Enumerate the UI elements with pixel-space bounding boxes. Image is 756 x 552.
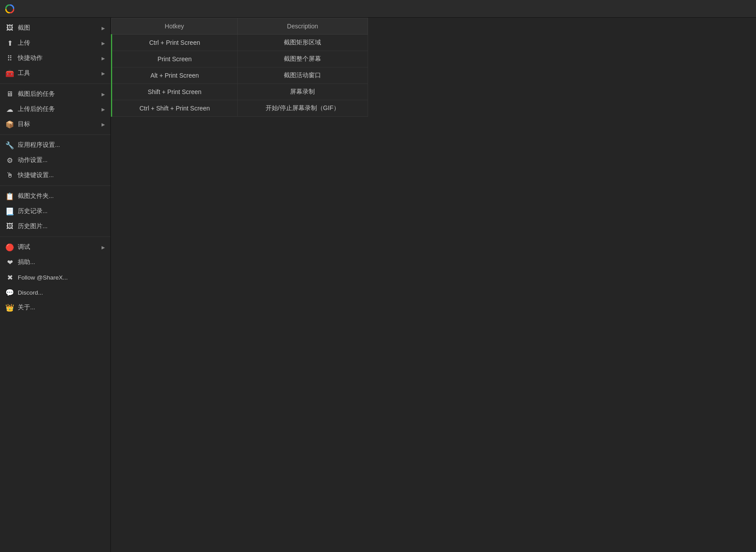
minimize-button[interactable] <box>705 3 719 15</box>
sidebar-item-capture[interactable]: 🖼截图▶ <box>0 20 110 35</box>
hotkey-cell-4: Ctrl + Shift + Print Screen <box>112 100 238 117</box>
main-area: 🖼截图▶⬆上传▶⠿快捷动作▶🧰工具▶🖥截图后的任务▶☁上传后的任务▶📦目标▶🔧应… <box>0 18 756 552</box>
table-header-description: Description <box>237 18 368 35</box>
close-button[interactable] <box>736 3 751 15</box>
upload-icon: ⬆ <box>5 39 14 47</box>
titlebar-controls <box>705 3 751 15</box>
maximize-button[interactable] <box>721 3 735 15</box>
discord-icon: 💬 <box>5 288 14 297</box>
hotkey-cell-2: Alt + Print Screen <box>112 67 238 84</box>
table-row: Ctrl + Shift + Print Screen开始/停止屏幕录制（GIF… <box>112 100 368 117</box>
after-capture-label: 截图后的任务 <box>18 90 55 98</box>
history-label: 历史记录... <box>18 207 47 215</box>
image-history-label: 历史图片... <box>18 222 47 230</box>
sidebar-item-quick-actions[interactable]: ⠿快捷动作▶ <box>0 51 110 66</box>
after-upload-label: 上传后的任务 <box>18 105 55 113</box>
about-label: 关于... <box>18 304 35 311</box>
app-settings-icon: 🔧 <box>5 141 14 150</box>
sidebar-item-about[interactable]: 👑关于... <box>0 300 110 315</box>
quick-actions-icon: ⠿ <box>5 54 14 63</box>
hotkey-cell-3: Shift + Print Screen <box>112 84 238 100</box>
upload-label: 上传 <box>18 39 30 47</box>
description-cell-3: 屏幕录制 <box>237 84 368 100</box>
sidebar-item-image-history[interactable]: 🖼历史图片... <box>0 219 110 234</box>
quick-actions-label: 快捷动作 <box>18 54 43 62</box>
sidebar-item-after-upload[interactable]: ☁上传后的任务▶ <box>0 102 110 117</box>
description-cell-0: 截图矩形区域 <box>237 35 368 51</box>
after-capture-icon: 🖥 <box>5 90 14 99</box>
history-icon: 📃 <box>5 207 14 216</box>
donate-icon: ❤ <box>5 258 14 267</box>
after-upload-arrow-icon: ▶ <box>102 107 105 112</box>
titlebar-left <box>5 4 18 13</box>
titlebar <box>0 0 756 18</box>
sidebar-item-tools[interactable]: 🧰工具▶ <box>0 66 110 81</box>
target-arrow-icon: ▶ <box>102 122 105 127</box>
sidebar-item-discord[interactable]: 💬Discord... <box>0 285 110 300</box>
capture-icon: 🖼 <box>5 24 14 32</box>
divider4 <box>0 237 110 237</box>
image-history-icon: 🖼 <box>5 222 14 231</box>
hotkey-settings-icon: 🖱 <box>5 171 14 180</box>
after-capture-arrow-icon: ▶ <box>102 92 105 97</box>
action-settings-label: 动作设置... <box>18 156 47 164</box>
capture-folder-label: 截图文件夹... <box>18 192 54 200</box>
hotkey-cell-1: Print Screen <box>112 51 238 67</box>
content-area: HotkeyDescriptionCtrl + Print Screen截图矩形… <box>111 18 756 552</box>
capture-label: 截图 <box>18 24 30 32</box>
capture-arrow-icon: ▶ <box>102 26 105 31</box>
table-row: Shift + Print Screen屏幕录制 <box>112 84 368 100</box>
about-icon: 👑 <box>5 303 14 312</box>
description-cell-1: 截图整个屏幕 <box>237 51 368 67</box>
sidebar-item-after-capture[interactable]: 🖥截图后的任务▶ <box>0 87 110 102</box>
upload-arrow-icon: ▶ <box>102 41 105 46</box>
divider1 <box>0 83 110 84</box>
table-row: Ctrl + Print Screen截图矩形区域 <box>112 35 368 51</box>
sidebar-item-upload[interactable]: ⬆上传▶ <box>0 35 110 51</box>
table-header-hotkey: Hotkey <box>112 18 238 35</box>
sidebar-item-follow[interactable]: ✖Follow @ShareX... <box>0 270 110 285</box>
target-icon: 📦 <box>5 120 14 129</box>
action-settings-icon: ⚙ <box>5 156 14 165</box>
debug-arrow-icon: ▶ <box>102 245 105 250</box>
capture-folder-icon: 📋 <box>5 192 14 201</box>
quick-actions-arrow-icon: ▶ <box>102 56 105 61</box>
sidebar-item-capture-folder[interactable]: 📋截图文件夹... <box>0 189 110 204</box>
app-logo <box>5 4 14 13</box>
hotkey-table: HotkeyDescriptionCtrl + Print Screen截图矩形… <box>111 18 368 117</box>
debug-label: 调试 <box>18 243 30 251</box>
debug-icon: 🔴 <box>5 243 14 252</box>
donate-label: 捐助... <box>18 258 35 266</box>
sidebar-item-app-settings[interactable]: 🔧应用程序设置... <box>0 138 110 153</box>
divider2 <box>0 134 110 135</box>
sidebar-item-history[interactable]: 📃历史记录... <box>0 204 110 219</box>
tools-label: 工具 <box>18 69 30 77</box>
app-settings-label: 应用程序设置... <box>18 141 60 149</box>
follow-label: Follow @ShareX... <box>18 274 68 281</box>
sidebar-item-donate[interactable]: ❤捐助... <box>0 255 110 270</box>
discord-label: Discord... <box>18 289 43 296</box>
sidebar-item-target[interactable]: 📦目标▶ <box>0 117 110 132</box>
hotkey-settings-label: 快捷键设置... <box>18 171 54 179</box>
hotkey-cell-0: Ctrl + Print Screen <box>112 35 238 51</box>
divider3 <box>0 185 110 186</box>
tools-arrow-icon: ▶ <box>102 71 105 76</box>
tools-icon: 🧰 <box>5 69 14 78</box>
description-cell-2: 截图活动窗口 <box>237 67 368 84</box>
sidebar-item-debug[interactable]: 🔴调试▶ <box>0 240 110 255</box>
sidebar-item-hotkey-settings[interactable]: 🖱快捷键设置... <box>0 168 110 183</box>
target-label: 目标 <box>18 120 30 128</box>
sidebar: 🖼截图▶⬆上传▶⠿快捷动作▶🧰工具▶🖥截图后的任务▶☁上传后的任务▶📦目标▶🔧应… <box>0 18 111 552</box>
description-cell-4: 开始/停止屏幕录制（GIF） <box>237 100 368 117</box>
table-row: Alt + Print Screen截图活动窗口 <box>112 67 368 84</box>
after-upload-icon: ☁ <box>5 105 14 114</box>
sidebar-item-action-settings[interactable]: ⚙动作设置... <box>0 153 110 168</box>
follow-icon: ✖ <box>5 273 14 282</box>
table-row: Print Screen截图整个屏幕 <box>112 51 368 67</box>
